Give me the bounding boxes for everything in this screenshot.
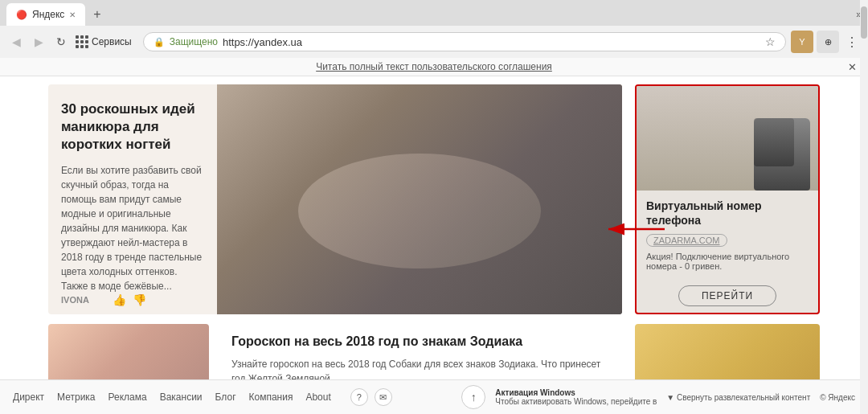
activation-title: Активация Windows <box>495 388 657 397</box>
address-bar[interactable]: 🔒 Защищено https://yandex.ua ☆ <box>143 32 786 51</box>
browser-toolbar: ◀ ▶ ↻ Сервисы 🔒 Защищено https://yandex.… <box>0 26 868 58</box>
footer-link-direct[interactable]: Директ <box>13 391 44 403</box>
mail-icon-button[interactable]: ✉ <box>375 388 392 406</box>
nail-image <box>217 84 622 314</box>
apps-icon[interactable] <box>76 35 87 48</box>
collapse-text: Свернуть развлекательный контент <box>677 393 810 402</box>
page-content: 30 роскошных идей маникюра для коротких … <box>0 76 868 414</box>
extension-button-2[interactable]: ⊕ <box>817 31 839 53</box>
articles-grid: 30 роскошных идей маникюра для коротких … <box>48 84 820 314</box>
footer-link-company[interactable]: Компания <box>249 391 293 403</box>
ad-image-area <box>637 86 818 191</box>
extension-button-1[interactable]: Y <box>791 31 813 53</box>
browser-menu-button[interactable]: ⋮ <box>842 33 862 51</box>
notification-bar: Читать полный текст пользовательского со… <box>0 58 868 76</box>
collapse-chevron: ▼ <box>666 393 674 402</box>
ad-desc: Акция! Подключение виртуального номера -… <box>646 252 809 271</box>
article-source: IVONA <box>61 295 89 305</box>
footer-link-vakansii[interactable]: Вакансии <box>160 391 203 403</box>
url-display: https://yandex.ua <box>223 36 760 48</box>
article-like-buttons: 👍 👎 <box>113 293 146 306</box>
copyright-text: © Яндекс <box>820 393 855 402</box>
new-tab-button[interactable]: + <box>88 6 105 23</box>
scrollbar-track <box>860 0 868 414</box>
activation-subtitle: Чтобы активировать Windows, перейдите в <box>495 397 657 406</box>
article-desc: Если вы хотите разбавить свой скучный об… <box>61 163 204 293</box>
tab-label: Яндекс <box>32 9 64 20</box>
forward-button[interactable]: ▶ <box>29 32 48 51</box>
article-title: 30 роскошных идей маникюра для коротких … <box>61 100 204 154</box>
footer-icon-buttons: ? ✉ <box>350 388 392 406</box>
notification-link[interactable]: Читать полный текст пользовательского со… <box>316 61 552 72</box>
footer-link-blog[interactable]: Блог <box>215 391 236 403</box>
notification-close[interactable]: ✕ <box>848 61 857 73</box>
browser-tabs: 🔴 Яндекс ✕ + » <box>0 0 868 26</box>
ad-domain: ZADARMA.COM <box>646 234 727 247</box>
article-text-area: 30 роскошных идей маникюра для коротких … <box>48 84 217 314</box>
services-label[interactable]: Сервисы <box>92 36 132 47</box>
back-button[interactable]: ◀ <box>6 32 26 51</box>
collapse-content-link[interactable]: ▼ Свернуть развлекательный контент <box>666 393 810 402</box>
article2-title: Гороскоп на весь 2018 год по знакам Зоди… <box>231 334 612 350</box>
lock-icon: 🔒 <box>154 37 165 47</box>
scrollbar-thumb[interactable] <box>861 6 867 39</box>
reload-button[interactable]: ↻ <box>51 32 71 51</box>
footer-link-about[interactable]: About <box>305 391 330 403</box>
page-footer: Директ Метрика Реклама Вакансии Блог Ком… <box>0 379 868 414</box>
like-icon[interactable]: 👍 <box>113 293 126 306</box>
ad-card[interactable]: Яндекс.Директ adarma Виртуальный номер т… <box>635 84 820 314</box>
apps-button-area: Сервисы <box>76 35 132 48</box>
secure-text: Защищено <box>170 36 218 47</box>
bookmark-icon[interactable]: ☆ <box>765 35 776 48</box>
scroll-top-button[interactable]: ↑ <box>461 385 485 409</box>
help-icon-button[interactable]: ? <box>350 388 368 406</box>
article-image <box>217 84 622 314</box>
tab-close-button[interactable]: ✕ <box>69 10 76 19</box>
footer-right-area: ↑ Активация Windows Чтобы активировать W… <box>461 385 855 409</box>
active-tab[interactable]: 🔴 Яндекс ✕ <box>6 3 85 26</box>
footer-link-reklama[interactable]: Реклама <box>108 391 147 403</box>
dislike-icon[interactable]: 👎 <box>133 293 146 306</box>
ad-button-area: ПЕРЕЙТИ <box>637 279 818 313</box>
ad-goto-button[interactable]: ПЕРЕЙТИ <box>678 285 776 306</box>
tab-favicon: 🔴 <box>16 10 27 20</box>
ad-title: Виртуальный номер телефона <box>646 199 809 227</box>
ad-content: Виртуальный номер телефона ZADARMA.COM А… <box>637 191 818 279</box>
article-card-1[interactable]: 30 роскошных идей маникюра для коротких … <box>48 84 622 314</box>
browser-extra-buttons: Y ⊕ ⋮ <box>791 31 862 53</box>
nav-buttons: ◀ ▶ ↻ <box>6 32 71 51</box>
footer-link-metrika[interactable]: Метрика <box>57 391 95 403</box>
windows-activation-text: Активация Windows Чтобы активировать Win… <box>495 388 657 406</box>
